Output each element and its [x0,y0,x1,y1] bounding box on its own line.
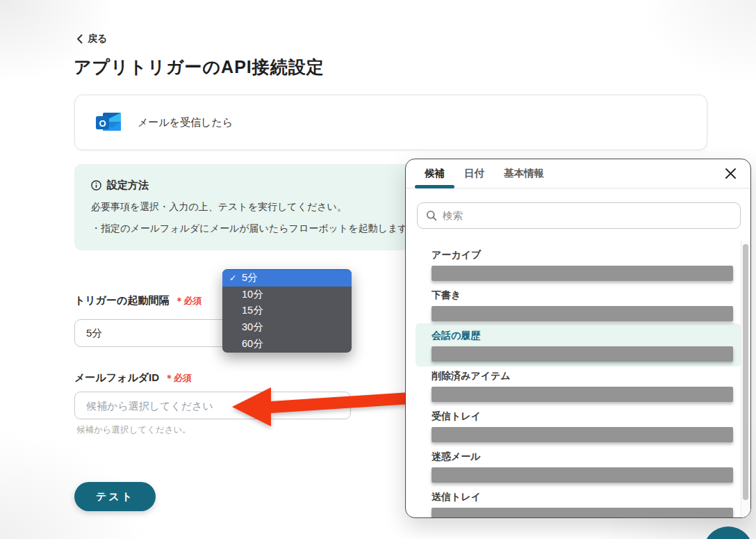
dropdown-option[interactable]: 15分 [222,303,352,319]
list-item-label: 受信トレイ [432,410,733,423]
list-item-label: アーカイブ [432,249,733,262]
redacted-bar [432,467,733,483]
panel-tabs: 候補日付基本情報 [415,159,554,188]
folder-label-text: メールフォルダID [74,371,159,385]
info-icon [91,180,101,191]
dropdown-option-label: 5分 [242,271,258,284]
dropdown-option-label: 60分 [242,337,263,351]
outlook-icon: O [94,110,122,135]
search-input[interactable] [443,210,732,221]
redacted-bar [432,508,733,518]
panel-scrollbar-track[interactable] [741,241,750,517]
svg-text:O: O [99,118,106,129]
trigger-card-label: メールを受信したら [138,116,233,129]
panel-scrollbar-thumb[interactable] [743,244,748,500]
folder-field-label: メールフォルダID ＊必須 [74,371,192,385]
redacted-bar [432,387,733,402]
info-heading: 設定方法 [107,179,149,192]
chevron-left-icon [76,34,83,44]
tab[interactable]: 日付 [454,159,494,188]
red-arrow [229,385,411,428]
tab[interactable]: 候補 [415,159,454,188]
dropdown-option-label: 30分 [242,321,263,334]
close-icon[interactable] [722,165,739,182]
required-badge: ＊必須 [165,372,192,385]
back-label: 戻る [88,33,107,45]
interval-selected-value: 5分 [86,327,102,340]
list-item[interactable]: 迷惑メール [406,447,741,488]
candidate-panel: 候補日付基本情報 アーカイブ下書き会話の履歴削除済みアイテム受信トレイ迷惑メール… [405,159,751,518]
test-button[interactable]: テスト [74,482,156,511]
dropdown-option-label: 10分 [242,288,263,301]
search-icon [426,210,437,221]
dropdown-option[interactable]: 30分 [222,319,352,336]
chat-button[interactable] [703,526,753,539]
redacted-bar [432,306,733,321]
interval-dropdown: ✓5分10分15分30分60分 [222,269,352,353]
list-item-label: 下書き [432,289,733,302]
redacted-bar [432,427,733,442]
dropdown-option[interactable]: ✓5分 [222,270,352,287]
check-icon: ✓ [229,273,242,283]
dropdown-option-label: 15分 [242,304,263,317]
list-item-label: 会話の履歴 [432,330,733,342]
search-box[interactable] [417,202,741,229]
list-item-label: 削除済みアイテム [432,370,733,383]
redacted-bar [432,346,733,362]
list-item[interactable]: 削除済みアイテム [406,367,741,407]
list-item-label: 送信トレイ [432,491,733,504]
dropdown-option[interactable]: 10分 [222,287,352,303]
list-item[interactable]: 下書き [406,286,741,326]
back-link[interactable]: 戻る [76,33,107,45]
page-title: アプリトリガーのAPI接続設定 [74,56,324,79]
required-badge: ＊必須 [174,295,202,307]
redacted-bar [432,266,733,281]
tab[interactable]: 基本情報 [494,159,554,188]
list-item[interactable]: 受信トレイ [406,407,741,447]
panel-header: 候補日付基本情報 [406,159,750,188]
interval-field-label: トリガーの起動間隔 ＊必須 [74,294,202,307]
list-item-label: 迷惑メール [432,451,733,463]
page: 戻る アプリトリガーのAPI接続設定 O メールを受信したら 設定方法 必要事項… [0,0,756,539]
dropdown-option[interactable]: 60分 [222,335,352,352]
folder-helper-text: 候補から選択してください。 [76,424,191,436]
list-item[interactable]: アーカイブ [406,246,741,286]
interval-label-text: トリガーの起動間隔 [74,294,169,307]
trigger-card[interactable]: O メールを受信したら [74,95,707,150]
candidate-list: アーカイブ下書き会話の履歴削除済みアイテム受信トレイ迷惑メール送信トレイ [406,246,741,518]
list-item[interactable]: 会話の履歴 [406,326,741,367]
list-item[interactable]: 送信トレイ [406,488,741,518]
